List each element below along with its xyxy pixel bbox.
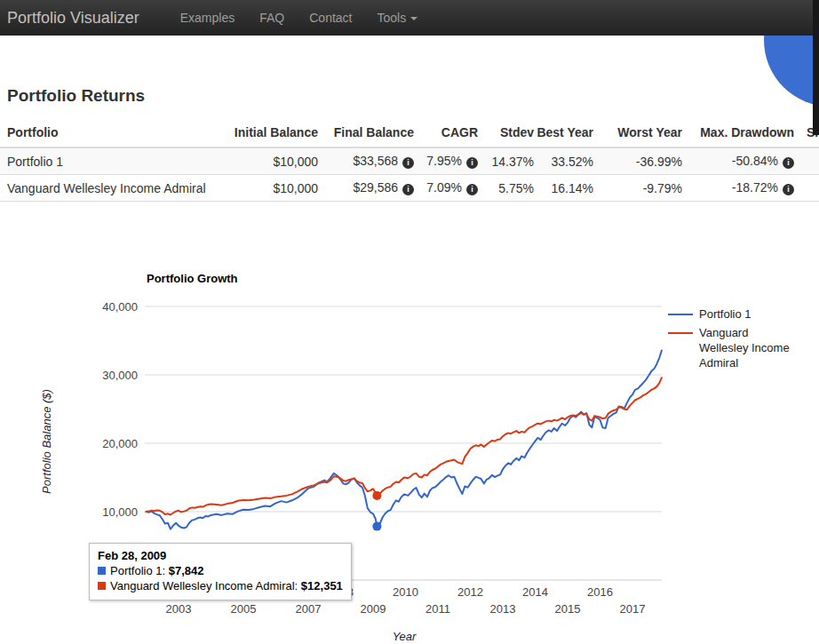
- tooltip-date: Feb 28, 2009: [98, 548, 343, 563]
- column-header: Max. Drawdown: [682, 118, 794, 147]
- column-header: Initial Balance: [222, 118, 318, 147]
- info-icon[interactable]: i: [466, 184, 478, 195]
- window-edge-strip: [813, 0, 819, 135]
- legend-line-swatch: [668, 332, 693, 334]
- portfolio-name-cell: Vanguard Wellesley Income Admiral: [0, 175, 222, 202]
- column-header: Stdev: [478, 118, 534, 147]
- chart-title: Portfolio Growth: [147, 272, 238, 285]
- x-axis-label: 2005: [231, 602, 257, 616]
- tooltip-value: $12,351: [301, 579, 343, 592]
- tooltip-label: Vanguard Wellesley Income Admiral:: [110, 579, 301, 592]
- caret-down-icon: [410, 17, 417, 20]
- nav-item-faq[interactable]: FAQ: [247, 0, 297, 36]
- value-cell: $33,568i: [318, 147, 414, 175]
- chart-tooltip: Feb 28, 2009 Portfolio 1: $7,842Vanguard…: [89, 543, 352, 600]
- tooltip-entry: Portfolio 1: $7,842: [98, 563, 343, 578]
- value-cell: $29,586i: [318, 175, 414, 202]
- column-header: Worst Year: [593, 118, 682, 147]
- value-cell: 5.75%: [478, 175, 534, 202]
- nav-item-examples[interactable]: Examples: [168, 0, 247, 36]
- info-icon[interactable]: i: [402, 157, 414, 169]
- y-axis-label: 10,000: [102, 505, 138, 519]
- x-axis-label: 2003: [166, 602, 192, 616]
- x-axis-label: 2013: [490, 602, 516, 616]
- chart-legend: Portfolio 1Vanguard Wellesley Income Adm…: [668, 306, 810, 374]
- x-axis-title: Year: [393, 630, 417, 643]
- nav-item-tools[interactable]: Tools: [364, 0, 430, 36]
- value-cell: 16.14%: [534, 175, 593, 202]
- info-icon[interactable]: i: [783, 184, 794, 195]
- legend-label: Vanguard Wellesley Income Admiral: [699, 325, 792, 370]
- tooltip-color-square: [98, 582, 106, 590]
- info-icon[interactable]: i: [783, 157, 794, 169]
- y-axis-label: 40,000: [102, 300, 138, 314]
- x-axis-label: 2016: [587, 585, 613, 599]
- legend-label: Portfolio 1: [699, 306, 751, 322]
- tooltip-color-square: [98, 567, 106, 575]
- value-cell: $10,000: [222, 175, 318, 202]
- value-cell: $10,000: [222, 147, 318, 175]
- legend-line-swatch: [668, 314, 693, 315]
- tooltip-label: Portfolio 1:: [110, 564, 169, 577]
- table-row: Portfolio 1$10,000$33,568i7.95%i14.37%33…: [0, 147, 819, 175]
- legend-item: Vanguard Wellesley Income Admiral: [668, 325, 810, 370]
- page-title: Portfolio Returns: [7, 86, 145, 106]
- value-cell: 14.37%: [478, 147, 534, 175]
- table-body: Portfolio 1$10,000$33,568i7.95%i14.37%33…: [0, 147, 819, 202]
- x-axis-label: 2015: [555, 602, 581, 616]
- portfolio-returns-table: PortfolioInitial BalanceFinal BalanceCAG…: [0, 118, 819, 202]
- column-header: Final Balance: [318, 118, 414, 147]
- info-icon[interactable]: i: [466, 157, 478, 169]
- y-axis-label: 20,000: [102, 437, 138, 450]
- x-axis-label: 2009: [361, 602, 386, 616]
- tooltip-value: $7,842: [169, 564, 204, 577]
- tooltip-entries: Portfolio 1: $7,842Vanguard Wellesley In…: [98, 563, 343, 593]
- x-axis-label: 2011: [425, 602, 450, 616]
- value-cell: 33.52%: [534, 147, 593, 175]
- y-axis-label: 30,000: [102, 369, 138, 382]
- info-icon[interactable]: i: [402, 184, 414, 195]
- brand-link[interactable]: Portfolio Visualizer: [0, 0, 148, 36]
- chart-plot-area[interactable]: [145, 295, 662, 580]
- x-axis-label: 2017: [620, 602, 646, 616]
- x-axis-label: 2014: [522, 585, 548, 599]
- legend-item: Portfolio 1: [668, 306, 810, 322]
- value-cell: -36.99%: [593, 147, 682, 175]
- value-cell: -9.79%: [593, 175, 682, 202]
- column-header: Best Year: [534, 118, 593, 147]
- table-row: Vanguard Wellesley Income Admiral$10,000…: [0, 175, 819, 202]
- column-header: Portfolio: [0, 118, 222, 147]
- value-cell: [794, 175, 819, 202]
- value-cell: 7.09%i: [414, 175, 478, 202]
- value-cell: 7.95%i: [414, 147, 478, 175]
- x-axis-label: 2010: [393, 585, 418, 599]
- portfolio-name-cell: Portfolio 1: [0, 147, 222, 175]
- x-axis-label: 2007: [296, 602, 322, 616]
- column-header: CAGR: [414, 118, 478, 147]
- tooltip-entry: Vanguard Wellesley Income Admiral: $12,3…: [98, 578, 343, 593]
- x-axis-label: 2012: [457, 585, 483, 599]
- table-header-row: PortfolioInitial BalanceFinal BalanceCAG…: [0, 118, 819, 147]
- value-cell: [794, 147, 819, 175]
- value-cell: -50.84%i: [682, 147, 794, 175]
- nav-items: ExamplesFAQContactTools: [168, 0, 430, 36]
- y-axis-title: Portfolio Balance ($): [40, 389, 53, 494]
- value-cell: -18.72%i: [682, 175, 794, 202]
- nav-item-contact[interactable]: Contact: [297, 0, 364, 36]
- navbar: Portfolio Visualizer ExamplesFAQContactT…: [0, 0, 819, 36]
